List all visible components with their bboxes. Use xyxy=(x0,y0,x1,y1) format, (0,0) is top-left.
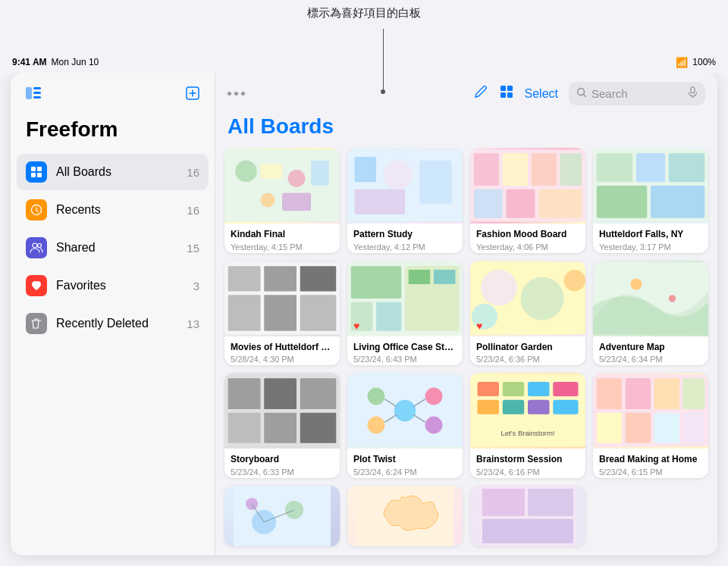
board-author-1: Joan & 3 Others xyxy=(231,252,334,253)
board-author-3: Joan & 10 Others xyxy=(476,252,579,253)
svg-rect-98 xyxy=(683,379,705,410)
svg-rect-23 xyxy=(311,161,329,186)
compose-button[interactable] xyxy=(473,84,488,103)
svg-rect-25 xyxy=(282,193,311,211)
svg-rect-49 xyxy=(228,295,261,331)
svg-rect-43 xyxy=(597,186,648,218)
app-title: Freeform xyxy=(11,111,215,154)
board-author-9: Danny & Danny xyxy=(231,477,334,478)
svg-rect-50 xyxy=(264,295,297,331)
sidebar-item-recents[interactable]: Recents16 xyxy=(17,192,209,228)
board-card-3[interactable]: Fashion Mood BoardYesterday, 4:06 PMJoan… xyxy=(470,148,585,253)
board-date-3: Yesterday, 4:06 PM xyxy=(476,242,579,252)
search-bar[interactable]: Search xyxy=(569,82,705,105)
sidebar-item-all-boards[interactable]: All Boards16 xyxy=(17,154,209,190)
svg-rect-2 xyxy=(33,92,41,94)
nav-label-4: Recently Deleted xyxy=(56,317,187,330)
svg-point-65 xyxy=(630,278,642,289)
svg-rect-13 xyxy=(507,86,513,91)
svg-rect-0 xyxy=(26,87,32,99)
board-date-4: Yesterday, 3:17 PM xyxy=(599,242,702,252)
dot-2 xyxy=(234,92,238,95)
board-card-13[interactable] xyxy=(224,486,340,546)
board-thumbnail-9 xyxy=(224,373,340,449)
board-card-6[interactable]: ♥Living Office Case Study5/23/24, 6:43 P… xyxy=(347,261,463,366)
app-container: Freeform All Boards16Recents16Shared15Fa… xyxy=(11,73,717,555)
nav-icon-4 xyxy=(26,313,47,334)
nav-count-4: 13 xyxy=(187,317,199,330)
nav-label-2: Shared xyxy=(56,241,187,255)
board-date-11: 5/23/24, 6:16 PM xyxy=(476,467,579,477)
board-info-9: Storyboard5/23/24, 6:33 PMDanny & Danny xyxy=(224,449,340,478)
sidebar-item-favorites[interactable]: Favorites3 xyxy=(17,267,209,304)
main-content: Select Search xyxy=(215,73,717,555)
svg-rect-7 xyxy=(31,173,36,177)
sidebar-item-recently-deleted[interactable]: Recently Deleted13 xyxy=(17,305,209,342)
board-info-11: Brainstorm Session5/23/24, 6:16 PM xyxy=(470,449,585,478)
board-info-3: Fashion Mood BoardYesterday, 4:06 PMJoan… xyxy=(470,224,585,253)
board-card-1[interactable]: Kindah FinalYesterday, 4:15 PMJoan & 3 O… xyxy=(224,148,340,253)
nav-count-1: 16 xyxy=(187,204,199,217)
nav-count-2: 15 xyxy=(187,242,199,255)
board-author-5: Joan & 7 Others xyxy=(231,364,334,365)
svg-rect-35 xyxy=(560,153,582,186)
board-card-5[interactable]: Movies of Hutteldorf Fa...5/28/24, 4:30 … xyxy=(224,261,340,366)
svg-rect-68 xyxy=(228,379,261,410)
board-author-8: Danny & Danny xyxy=(599,364,702,365)
svg-rect-32 xyxy=(474,153,499,186)
board-card-14[interactable] xyxy=(347,486,463,546)
search-icon xyxy=(576,87,587,100)
sidebar-item-shared[interactable]: Shared15 xyxy=(17,230,209,266)
board-info-6: Living Office Case Study5/23/24, 6:43 PM… xyxy=(347,336,463,366)
status-bar: 9:41 AM Mon Jun 10 📶 100% xyxy=(0,52,728,73)
board-date-5: 5/28/24, 4:30 PM xyxy=(231,355,334,364)
board-card-8[interactable]: Adventure Map5/23/24, 6:34 PMDanny & Dan… xyxy=(593,261,708,366)
sidebar-nav: All Boards16Recents16Shared15Favorites3R… xyxy=(11,154,215,343)
select-button[interactable]: Select xyxy=(525,87,558,101)
board-title-2: Pattern Study xyxy=(353,229,457,241)
svg-rect-58 xyxy=(434,270,456,284)
svg-rect-86 xyxy=(503,382,525,396)
board-thumbnail-5 xyxy=(224,261,340,336)
board-card-2[interactable]: Pattern StudyYesterday, 4:12 PMMichelle … xyxy=(347,148,463,253)
svg-rect-112 xyxy=(528,489,573,516)
grid-view-button[interactable] xyxy=(499,84,514,103)
board-date-10: 5/23/24, 6:24 PM xyxy=(353,467,457,477)
svg-rect-88 xyxy=(553,382,578,396)
board-card-12[interactable]: Bread Making at Home5/23/24, 6:15 PMJoan… xyxy=(593,373,708,478)
board-card-10[interactable]: Plot Twist5/23/24, 6:24 PMDanny Rico xyxy=(347,373,463,478)
board-info-4: Hutteldorf Falls, NYYesterday, 3:17 PMJo… xyxy=(593,224,708,253)
board-date-12: 5/23/24, 6:15 PM xyxy=(599,467,702,477)
svg-rect-92 xyxy=(553,400,578,414)
svg-rect-36 xyxy=(474,189,503,218)
board-card-11[interactable]: Let's Brainstorm! Brainstorm Session5/23… xyxy=(470,373,585,478)
board-card-4[interactable]: Hutteldorf Falls, NYYesterday, 3:17 PMJo… xyxy=(593,148,708,253)
svg-rect-46 xyxy=(228,266,261,291)
favorite-heart-6: ♥ xyxy=(353,320,359,332)
svg-point-28 xyxy=(384,161,413,189)
sidebar-toggle-button[interactable] xyxy=(26,87,41,103)
board-info-10: Plot Twist5/23/24, 6:24 PMDanny Rico xyxy=(347,449,463,478)
svg-point-24 xyxy=(261,193,275,208)
board-title-3: Fashion Mood Board xyxy=(476,229,579,241)
nav-icon-0 xyxy=(26,161,47,183)
nav-label-3: Favorites xyxy=(56,279,193,292)
svg-rect-44 xyxy=(651,186,704,218)
board-card-9[interactable]: Storyboard5/23/24, 6:33 PMDanny & Danny xyxy=(224,373,340,478)
new-board-button[interactable] xyxy=(186,86,199,104)
board-thumbnail-12 xyxy=(593,373,708,449)
nav-count-3: 3 xyxy=(193,280,199,292)
svg-point-75 xyxy=(394,400,416,422)
svg-point-60 xyxy=(481,270,517,306)
board-thumbnail-3 xyxy=(470,148,585,224)
svg-rect-29 xyxy=(419,161,452,204)
svg-rect-51 xyxy=(300,295,337,331)
section-title: All Boards xyxy=(215,111,717,148)
svg-rect-21 xyxy=(261,164,283,179)
svg-rect-37 xyxy=(507,189,535,218)
status-time: 9:41 AM xyxy=(12,57,47,67)
nav-count-0: 16 xyxy=(187,166,199,179)
board-author-6: Joan & 7 Others xyxy=(353,364,457,365)
board-card-15[interactable] xyxy=(470,486,585,546)
board-card-7[interactable]: ♥Pollinator Garden5/23/24, 6:36 PMJoan &… xyxy=(470,261,585,366)
